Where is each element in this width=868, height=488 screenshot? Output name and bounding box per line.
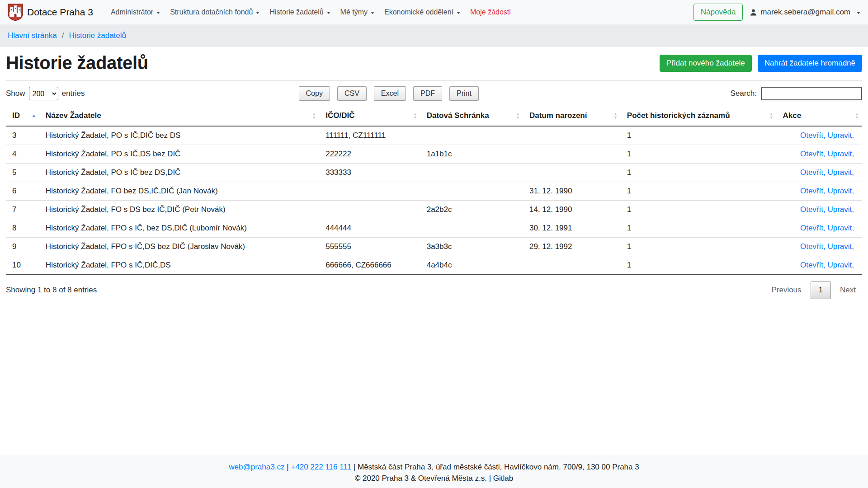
nav-link-ekonomick-odd-len[interactable]: Ekonomické oddělení <box>379 5 465 20</box>
action-otev-t-link[interactable]: Otevřít <box>800 131 823 140</box>
user-icon <box>750 9 757 16</box>
action-upravit-link[interactable]: Upravit <box>827 187 852 195</box>
cell-ico: 444444 <box>319 219 420 238</box>
nav-link-administr-tor[interactable]: Administrátor <box>106 5 165 20</box>
action-separator: , <box>823 168 827 177</box>
action-upravit-link[interactable]: Upravit <box>827 242 852 251</box>
cell-pocet: 1 <box>621 164 777 182</box>
action-upravit-link[interactable]: Upravit <box>827 131 852 140</box>
next-page-button[interactable]: Next <box>834 282 862 299</box>
brand[interactable]: Dotace Praha 3 <box>8 4 93 21</box>
column-label: Počet historických záznamů <box>627 111 730 120</box>
action-upravit-link[interactable]: Upravit <box>827 261 852 269</box>
action-otev-t-link[interactable]: Otevřít <box>800 224 823 232</box>
user-menu[interactable]: marek.sebera@gmail.com <box>750 8 860 17</box>
nav-link-moje-dosti[interactable]: Moje žádosti <box>465 5 516 20</box>
sort-desc-icon: ▼ <box>312 116 316 119</box>
table-row: 9Historický Žadatel, FPO s IČ,DS bez DIČ… <box>6 238 862 256</box>
footer-gitlab-link[interactable]: Gitlab <box>493 474 513 483</box>
title-row: Historie žadatelů Přidat nového žadatele… <box>6 53 862 73</box>
action-upravit-link[interactable]: Upravit <box>827 224 852 232</box>
chevron-down-icon <box>327 12 330 14</box>
nav-item: Moje žádosti <box>465 5 516 20</box>
column-header-n-zev-adatele[interactable]: Název Žadatele▲▼ <box>39 106 319 126</box>
action-upravit-link[interactable]: Upravit <box>827 168 852 177</box>
pagination: Previous 1 Next <box>765 281 862 299</box>
column-header-akce[interactable]: Akce▲▼ <box>777 106 862 126</box>
applicants-table: ID▲Název Žadatele▲▼IČO/DIČ▲▼Datová Schrá… <box>6 106 862 275</box>
column-header-i-o-di[interactable]: IČO/DIČ▲▼ <box>319 106 420 126</box>
bulk-upload-button[interactable]: Nahrát žadatele hromadně <box>758 55 862 72</box>
search-control: Search: <box>730 87 862 100</box>
column-header-id[interactable]: ID▲ <box>6 106 39 126</box>
footer-address: Městská část Praha 3, úřad městské části… <box>358 463 639 471</box>
sort-icons: ▲▼ <box>312 112 316 119</box>
action-upravit-link[interactable]: Upravit <box>827 150 852 158</box>
cell-ico: 666666, CZ666666 <box>319 256 420 275</box>
column-header-datum-narozen[interactable]: Datum narození▲▼ <box>523 106 621 126</box>
sort-icons: ▲ <box>32 113 36 118</box>
sort-desc-icon: ▼ <box>855 116 859 119</box>
column-header-datov-schr-nka[interactable]: Datová Schránka▲▼ <box>420 106 523 126</box>
footer-email-link[interactable]: web@praha3.cz <box>229 463 284 471</box>
sort-desc-icon: ▼ <box>413 116 417 119</box>
cell-pocet: 1 <box>621 145 777 164</box>
action-separator: , <box>852 242 854 251</box>
action-otev-t-link[interactable]: Otevřít <box>800 168 823 177</box>
page-length-select[interactable]: 200 <box>29 87 58 100</box>
nav-link-m-t-my[interactable]: Mé týmy <box>335 5 379 20</box>
cell-narozeni: 31. 12. 1990 <box>523 182 621 201</box>
nav-link-historie-adatel[interactable]: Historie žadatelů <box>264 5 335 20</box>
breadcrumb: Hlavní stránka / Historie žadatelů <box>0 24 868 47</box>
action-otev-t-link[interactable]: Otevřít <box>800 187 823 195</box>
breadcrumb-current-link[interactable]: Historie žadatelů <box>69 31 126 40</box>
cell-id: 8 <box>6 219 39 238</box>
action-otev-t-link[interactable]: Otevřít <box>800 261 823 269</box>
footer-copyright-line: © 2020 Praha 3 & Otevřená Města z.s. | G… <box>0 473 868 484</box>
cell-pocet: 1 <box>621 201 777 219</box>
cell-narozeni: 14. 12. 1990 <box>523 201 621 219</box>
add-applicant-button[interactable]: Přidat nového žadatele <box>660 55 752 72</box>
sort-icons: ▲▼ <box>613 112 618 119</box>
action-otev-t-link[interactable]: Otevřít <box>800 205 823 214</box>
table-footer: Showing 1 to 8 of 8 entries Previous 1 N… <box>6 275 862 305</box>
export-copy-button[interactable]: Copy <box>299 86 330 101</box>
export-print-button[interactable]: Print <box>449 86 479 101</box>
action-otev-t-link[interactable]: Otevřít <box>800 150 823 158</box>
breadcrumb-home-link[interactable]: Hlavní stránka <box>8 31 57 40</box>
action-upravit-link[interactable]: Upravit <box>827 205 852 214</box>
chevron-down-icon <box>371 12 374 14</box>
table-row: 3Historický Žadatel, PO s IČ,DIČ bez DS1… <box>6 126 862 145</box>
export-csv-button[interactable]: CSV <box>337 86 367 101</box>
cell-id: 4 <box>6 145 39 164</box>
footer-separator: | <box>489 474 491 483</box>
current-page-button[interactable]: 1 <box>811 281 831 299</box>
action-otev-t-link[interactable]: Otevřít <box>800 242 823 251</box>
action-separator: , <box>852 168 854 177</box>
action-separator: , <box>823 205 827 214</box>
cell-nazev: Historický Žadatel, PO s IČ,DIČ bez DS <box>39 126 319 145</box>
page-footer: web@praha3.cz | +420 222 116 111 | Městs… <box>0 455 868 488</box>
nav-link-struktura-dota-n-ch-fond[interactable]: Struktura dotačních fondů <box>165 5 264 20</box>
table-body: 3Historický Žadatel, PO s IČ,DIČ bez DS1… <box>6 126 862 275</box>
export-pdf-button[interactable]: PDF <box>413 86 442 101</box>
sort-desc-icon: ▼ <box>613 116 618 119</box>
cell-pocet: 1 <box>621 182 777 201</box>
column-header-po-et-historick-ch-z-znam[interactable]: Počet historických záznamů▲▼ <box>621 106 777 126</box>
table-controls: Show 200 entries CopyCSVExcelPDFPrint Se… <box>6 81 862 106</box>
footer-phone-link[interactable]: +420 222 116 111 <box>291 463 351 471</box>
export-excel-button[interactable]: Excel <box>374 86 406 101</box>
previous-page-button[interactable]: Previous <box>765 282 807 299</box>
help-button[interactable]: Nápověda <box>693 4 743 21</box>
page-length-control: Show 200 entries <box>6 87 85 100</box>
cell-akce: Otevřít, Upravit, <box>777 182 862 201</box>
table-row: 6Historický Žadatel, FO bez DS,IČ,DIČ (J… <box>6 182 862 201</box>
cell-ds <box>420 164 523 182</box>
action-separator: , <box>823 131 827 140</box>
search-input[interactable] <box>761 87 862 100</box>
cell-narozeni <box>523 164 621 182</box>
cell-nazev: Historický Žadatel, FPO s IČ,DIČ,DS <box>39 256 319 275</box>
cell-ds: 3a3b3c <box>420 238 523 256</box>
cell-ico: 111111, CZ111111 <box>319 126 420 145</box>
cell-akce: Otevřít, Upravit, <box>777 145 862 164</box>
